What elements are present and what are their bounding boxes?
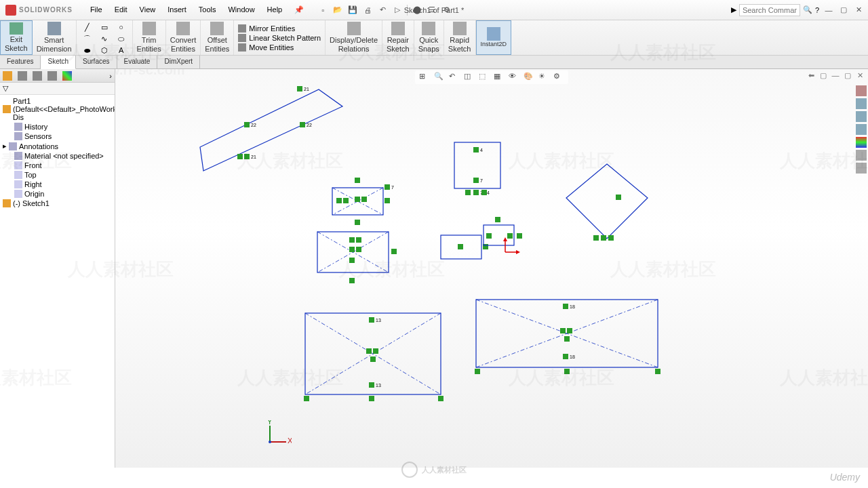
parallelogram[interactable] (200, 89, 342, 171)
taskpane-explorer-icon[interactable] (856, 111, 867, 122)
circle-tool-icon[interactable]: ○ (113, 22, 130, 33)
svg-rect-56 (366, 348, 372, 354)
minimize-button[interactable]: — (822, 4, 835, 16)
text-tool-icon[interactable]: A (113, 45, 130, 56)
mirror-icon (238, 24, 246, 33)
search-toggle-icon[interactable]: ▶ (731, 5, 736, 14)
search-container: ▶ 🔍 ? — ▢ ✕ (731, 4, 868, 16)
feature-tree[interactable]: Part1 (Default<<Default>_PhotoWorks Dis … (0, 95, 115, 468)
help-icon[interactable]: ? (815, 6, 819, 14)
tree-origin[interactable]: Origin (0, 189, 115, 199)
menu-insert[interactable]: Insert (162, 3, 192, 17)
tab-sketch[interactable]: Sketch (41, 56, 76, 69)
diamond[interactable] (566, 164, 648, 239)
menu-window[interactable]: Window (222, 3, 260, 17)
display-relations-button[interactable]: Display/DeleteRelations (326, 20, 382, 55)
tab-surfaces[interactable]: Surfaces (76, 56, 117, 68)
svg-rect-69 (567, 328, 572, 333)
svg-text:X: X (288, 436, 292, 445)
tree-expand-icon[interactable]: › (109, 72, 112, 80)
convert-icon (176, 22, 190, 35)
svg-text:4: 4 (487, 190, 490, 195)
linear-pattern-button[interactable]: Linear Sketch Pattern (238, 34, 321, 42)
new-icon[interactable]: ▫ (317, 5, 328, 16)
tree-tab2-icon[interactable] (18, 71, 27, 81)
svg-rect-18 (384, 198, 390, 203)
move-entities-button[interactable]: Move Entities (238, 43, 321, 52)
plane-icon (14, 171, 22, 179)
tree-sensors[interactable]: Sensors (0, 131, 115, 141)
search-input[interactable] (739, 4, 800, 16)
offset-entities-button[interactable]: OffsetEntities (201, 20, 234, 55)
svg-text:13: 13 (376, 318, 381, 323)
line-tool-icon[interactable]: ╱ (79, 22, 96, 33)
open-icon[interactable]: 📂 (332, 5, 343, 16)
menu-help[interactable]: Help (262, 3, 288, 17)
undo-icon[interactable]: ↶ (377, 5, 388, 16)
tree-sketch1[interactable]: (-) Sketch1 (0, 199, 115, 208)
polygon-tool-icon[interactable]: ⬡ (96, 45, 113, 56)
exit-sketch-button[interactable]: ExitSketch (0, 20, 33, 55)
watermark-logo-icon (401, 462, 418, 478)
mirror-entities-button[interactable]: Mirror Entities (238, 24, 321, 33)
taskpane-lib-icon[interactable] (856, 98, 867, 109)
filter-icon[interactable]: ▽ (3, 84, 8, 93)
repair-sketch-button[interactable]: RepairSketch (382, 20, 414, 55)
spline-tool-icon[interactable]: ∿ (96, 33, 113, 44)
ellipse-tool-icon[interactable]: ⬭ (113, 33, 130, 44)
quick-snaps-button[interactable]: QuickSnaps (414, 20, 444, 55)
taskpane-forum-icon[interactable] (856, 163, 867, 174)
instant2d-button[interactable]: Instant2D (476, 20, 512, 55)
menu-pin-icon[interactable]: 📌 (289, 3, 309, 17)
save-icon[interactable]: 💾 (347, 5, 358, 16)
menu-tools[interactable]: Tools (193, 3, 222, 17)
taskpane-home-icon[interactable] (856, 85, 867, 96)
svg-rect-27 (391, 249, 397, 254)
tab-features[interactable]: Features (0, 56, 41, 68)
taskpane-view-icon[interactable] (856, 124, 867, 135)
taskpane-appearance-icon[interactable] (856, 137, 867, 148)
svg-rect-40 (495, 217, 500, 222)
svg-rect-42 (507, 233, 513, 239)
orientation-triad[interactable]: Y X (264, 420, 292, 447)
tree-config-icon[interactable] (3, 71, 12, 81)
slot-tool-icon[interactable]: ⬬ (79, 45, 96, 56)
tab-dimxpert[interactable]: DimXpert (157, 56, 200, 68)
print-icon[interactable]: 🖨 (362, 5, 373, 16)
tree-tab3-icon[interactable] (33, 71, 42, 81)
select-icon[interactable]: ▷ (392, 5, 403, 16)
svg-rect-0 (297, 86, 302, 92)
svg-rect-75 (655, 369, 660, 374)
taskpane-custom-icon[interactable] (856, 150, 867, 161)
tree-root[interactable]: Part1 (Default<<Default>_PhotoWorks Dis (0, 96, 115, 122)
arc-tool-icon[interactable]: ⌒ (79, 33, 96, 44)
search-icon[interactable]: 🔍 (803, 5, 812, 14)
trim-entities-button[interactable]: TrimEntities (133, 20, 166, 55)
tree-material[interactable]: Material <not specified> (0, 151, 115, 161)
svg-rect-49 (593, 235, 599, 241)
tree-right[interactable]: Right (0, 180, 115, 189)
tree-front[interactable]: Front (0, 161, 115, 170)
svg-rect-14 (355, 197, 360, 202)
maximize-button[interactable]: ▢ (837, 4, 850, 16)
tree-appearance-icon[interactable] (62, 71, 72, 81)
tab-evaluate[interactable]: Evaluate (117, 56, 158, 68)
tree-annotations[interactable]: ▸Annotations (0, 141, 115, 151)
close-button[interactable]: ✕ (852, 4, 865, 16)
tree-top[interactable]: Top (0, 170, 115, 180)
svg-text:21: 21 (251, 155, 256, 159)
rapid-sketch-button[interactable]: RapidSketch (444, 20, 476, 55)
graphics-viewport[interactable]: ⊞ 🔍 ↶ ◫ ⬚ ▦ 👁 🎨 ☀ ⚙ ⬅ ▢ — ▢ ✕ 21 22 22 2… (115, 69, 868, 468)
svg-text:22: 22 (251, 123, 256, 127)
convert-entities-button[interactable]: ConvertEntities (166, 20, 201, 55)
menu-file[interactable]: File (85, 3, 108, 17)
svg-rect-15 (361, 197, 367, 202)
tree-history[interactable]: History (0, 122, 115, 131)
tree-tab4-icon[interactable] (47, 71, 57, 81)
menu-view[interactable]: View (134, 3, 161, 17)
repair-icon (391, 22, 405, 35)
svg-rect-33 (465, 190, 471, 195)
smart-dimension-button[interactable]: SmartDimension (33, 20, 77, 55)
rect-tool-icon[interactable]: ▭ (96, 22, 113, 33)
menu-edit[interactable]: Edit (109, 3, 133, 17)
